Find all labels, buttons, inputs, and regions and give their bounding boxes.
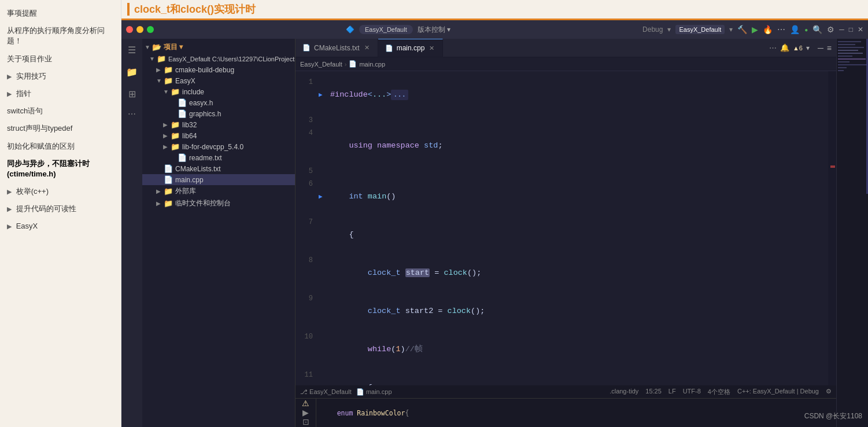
sidebar-item-sync[interactable]: 同步与异步，不阻塞计时(ctime/time.h) (0, 155, 121, 183)
line-num-1: 1 (296, 76, 319, 114)
debug-config-label[interactable]: Debug (642, 25, 663, 34)
status-settings-icon[interactable]: ⚙ (826, 388, 832, 396)
build-icon[interactable]: 🔨 (737, 25, 747, 34)
tree-item-easyx[interactable]: ▼ 📁 EasyX (142, 75, 295, 86)
tab-cmakelists[interactable]: 📄 CMakeLists.txt ✕ (296, 39, 378, 57)
sidebar-item-struct[interactable]: struct声明与typedef (0, 120, 121, 137)
tab-main-cpp[interactable]: 📄 main.cpp ✕ (378, 39, 444, 57)
status-right: .clang-tidy 15:25 LF UTF-8 4个空格 C++: Eas… (610, 388, 832, 396)
breadcrumb-project[interactable]: EasyX_Default (300, 61, 342, 68)
status-position[interactable]: 15:25 (645, 388, 662, 396)
tab-close-icon2[interactable]: ✕ (428, 45, 435, 52)
user-icon[interactable]: 👤 (790, 25, 800, 34)
tab-close-icon[interactable]: ✕ (363, 44, 371, 51)
scroll-mark (830, 165, 835, 168)
tree-item-include[interactable]: ▼ 📁 include (142, 86, 295, 97)
code-line-5: 5 (296, 165, 836, 178)
list-icon[interactable]: ≡ (827, 43, 832, 53)
tree-item-root-folder[interactable]: ▼ 📁 EasyX_Default C:\Users\12297\CLionPr… (142, 53, 295, 64)
settings-icon[interactable]: ⚙ (827, 25, 834, 34)
ide-title-right: Debug ▾ EasyX_Default ▾ 🔨 ▶ 🔥 ⋯ 👤 ● 🔍 ⚙ … (642, 25, 863, 34)
sidebar-item-improve[interactable]: ▶ 提升代码的可读性 (0, 200, 121, 218)
tab-more-icon[interactable]: ⋯ (769, 43, 777, 52)
tree-item-label: lib32 (182, 121, 197, 129)
run-config-label[interactable]: EasyX_Default (675, 25, 725, 34)
search-icon[interactable]: 🔍 (812, 25, 822, 34)
sidebar-item-analysis[interactable]: 从程序的执行顺序角度分析问题！ (0, 22, 121, 50)
warning-caret: ▾ (806, 44, 810, 52)
version-control-label[interactable]: 版本控制 ▾ (418, 25, 450, 35)
status-branch[interactable]: ⎇ EasyX_Default (300, 388, 352, 396)
terminal-icon[interactable]: ⊡ (302, 417, 309, 426)
fold-arrow-10 (319, 330, 328, 369)
online-indicator: ● (804, 27, 808, 33)
tree-item-cmake-build[interactable]: ▶ 📁 cmake-build-debug (142, 64, 295, 75)
status-line-ending[interactable]: LF (668, 388, 676, 396)
fold-arrow-1[interactable]: ▶ (319, 76, 328, 114)
tree-item-easyx-h[interactable]: 📄 easyx.h (142, 97, 295, 108)
article-sidebar: 事项提醒 从程序的执行顺序角度分析问题！ 关于项目作业 ▶ 实用技巧 ▶ 指针 … (0, 0, 121, 427)
window-min-btn[interactable] (136, 26, 143, 33)
tree-item-graphics-h[interactable]: 📄 graphics.h (142, 108, 295, 119)
window-close-btn[interactable] (126, 26, 133, 33)
minimap-scrollbar[interactable] (828, 71, 836, 385)
sidebar-item-easyx[interactable]: ▶ EasyX (0, 218, 121, 235)
file-explorer-icon[interactable]: 📁 (123, 63, 141, 80)
warning-panel-icon[interactable]: ⚠ (302, 399, 309, 408)
sidebar-item-reminder[interactable]: 事项提醒 (0, 5, 121, 22)
project-root-label[interactable]: ▼ 📂 项目 ▾ (142, 41, 295, 53)
status-file[interactable]: 📄 main.cpp (356, 388, 392, 396)
sidebar-item-switch[interactable]: switch语句 (0, 102, 121, 120)
status-indent[interactable]: 4个空格 (708, 388, 730, 396)
tree-item-scratch[interactable]: ▶ 📁 临时文件和控制台 (142, 197, 295, 209)
split-icon[interactable]: ─ (818, 43, 823, 53)
status-language[interactable]: C++: EasyX_Default | Debug (737, 388, 819, 396)
code-editor: 📄 CMakeLists.txt ✕ 📄 main.cpp ✕ ⋯ 🔔 ▲6 ▾… (296, 39, 836, 427)
code-area[interactable]: 1 ▶ #include<...>... 3 4 using namespace… (296, 71, 836, 385)
restore-icon[interactable]: □ (849, 25, 853, 34)
file-icon: 📄 (164, 164, 173, 173)
tree-item-lib-devcpp[interactable]: ▶ 📁 lib-for-devcpp_5.4.0 (142, 141, 295, 152)
project-name-pill[interactable]: EasyX_Default (359, 25, 413, 34)
tree-item-readme[interactable]: 📄 readme.txt (142, 152, 295, 163)
line-num-10: 10 (296, 330, 319, 369)
tree-item-lib32[interactable]: ▶ 📁 lib32 (142, 119, 295, 130)
more-actions-icon[interactable]: ⋯ (128, 109, 136, 119)
line-num-4: 4 (296, 127, 319, 165)
csdn-watermark: CSDN @长安1108 (804, 411, 862, 421)
run-icon[interactable]: ▶ (752, 25, 758, 34)
fold-arrow-6[interactable]: ▶ (319, 178, 328, 216)
article-title: clock_t和clock()实现计时 (134, 2, 256, 16)
project-label: 项目 ▾ (164, 42, 183, 52)
window-max-btn[interactable] (147, 26, 154, 33)
minimize-icon[interactable]: ─ (839, 25, 844, 34)
line-content-8: clock_t start = clock(); (328, 254, 836, 292)
sidebar-item-init[interactable]: 初始化和赋值的区别 (0, 138, 121, 155)
folder-icon: 📁 (171, 87, 180, 96)
structure-icon[interactable]: ⊞ (123, 85, 141, 102)
tree-item-label: CMakeLists.txt (175, 165, 221, 173)
tree-item-lib64[interactable]: ▶ 📁 lib64 (142, 130, 295, 141)
tree-item-cmakelists[interactable]: 📄 CMakeLists.txt (142, 163, 295, 174)
sidebar-item-enum[interactable]: ▶ 枚举(c++) (0, 183, 121, 200)
sidebar-item-about-hw[interactable]: 关于项目作业 (0, 50, 121, 68)
tree-item-main-cpp[interactable]: 📄 main.cpp (142, 174, 295, 185)
file-icon: 📄 (178, 109, 187, 118)
line-content-4: using namespace std; (328, 127, 836, 165)
tree-item-label: 临时文件和控制台 (175, 198, 231, 208)
debug-icon[interactable]: 🔥 (763, 25, 773, 34)
more-icon[interactable]: ⋯ (777, 25, 785, 34)
sidebar-item-pointer[interactable]: ▶ 指针 (0, 85, 121, 102)
status-linter[interactable]: .clang-tidy (610, 388, 638, 396)
sidebar-item-practical[interactable]: ▶ 实用技巧 (0, 68, 121, 85)
code-line-3: 3 (296, 114, 836, 127)
close-icon[interactable]: ✕ (858, 25, 863, 34)
notification-icon[interactable]: 🔔 (780, 43, 789, 52)
breadcrumb-file[interactable]: main.cpp (359, 61, 385, 68)
file-tree-panel: ▼ 📂 项目 ▾ ▼ 📁 EasyX_Default C:\Users\1229… (142, 39, 296, 427)
run-panel-icon[interactable]: ▶ (302, 408, 309, 417)
status-encoding[interactable]: UTF-8 (683, 388, 701, 396)
hamburger-menu-icon[interactable]: ☰ (123, 41, 141, 58)
line-num-11: 11 (296, 369, 319, 385)
tree-item-external[interactable]: ▶ 📁 外部库 (142, 185, 295, 197)
